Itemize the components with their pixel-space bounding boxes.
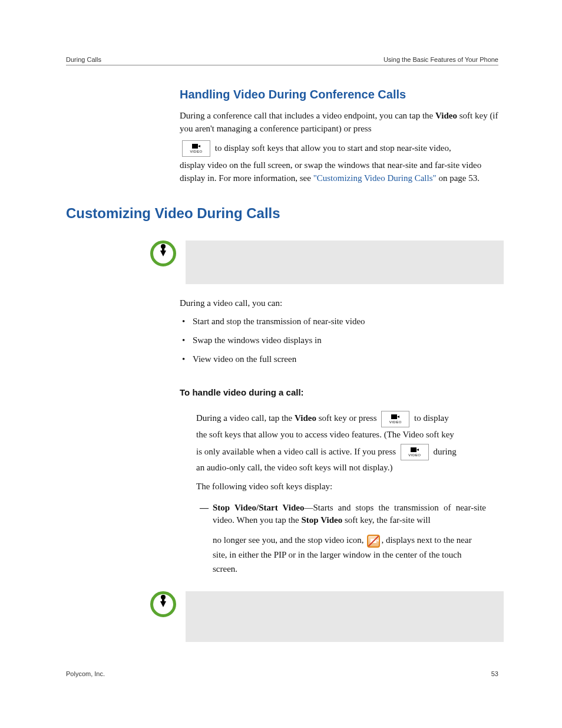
dash-marker: — [200, 502, 209, 515]
sec1-para2-row: VIDEO to display soft keys that allow yo… [180, 139, 503, 157]
text: soft key, the far-site will [342, 515, 431, 525]
list-item: Swap the windows video displays in [193, 334, 503, 347]
dash-item-continuation: no longer see you, and the stop video ic… [213, 533, 486, 576]
text-bold: Video [295, 413, 316, 423]
page-footer: Polycom, Inc. 53 [66, 670, 498, 677]
footer-page-number: 53 [491, 670, 498, 677]
list-item: Start and stop the transmission of near-… [193, 315, 503, 328]
sec2-intro: During a video call, you can: [180, 297, 503, 310]
note-body [186, 591, 504, 642]
text: During a conference call that includes a… [180, 111, 435, 120]
sec1-para1: During a conference call that includes a… [180, 110, 503, 136]
video-key-label: VIDEO [382, 419, 409, 426]
video-hardkey-icon: VIDEO [182, 140, 210, 157]
note-icon [150, 241, 176, 266]
note-icon [150, 591, 176, 617]
note-callout-1 [150, 241, 504, 284]
text: during [431, 447, 457, 456]
text: soft key or press [316, 413, 379, 423]
text: to display soft keys that allow you to s… [213, 143, 451, 153]
sec2-step-row3: is only available when a video call is a… [180, 443, 486, 461]
sec2-step-row5: The following video soft keys display: [180, 480, 486, 493]
heading-customizing-video: Customizing Video During Calls [66, 205, 498, 222]
text-bold: Stop Video/Start Video [213, 503, 304, 512]
dash-item-stop-video: — Stop Video/Start Video—Starts and stop… [196, 502, 486, 576]
sec2-step-row2: the soft keys that allow you to access v… [180, 429, 486, 442]
sec2-bullet-list: Start and stop the transmission of near-… [180, 315, 503, 365]
text: is only available when a video call is a… [196, 447, 398, 456]
page: During Calls Using the Basic Features of… [0, 0, 562, 728]
header-right: Using the Basic Features of Your Phone [384, 56, 498, 63]
video-key-label: VIDEO [183, 148, 210, 155]
note-callout-2 [150, 591, 504, 642]
note-body [186, 241, 504, 284]
video-key-label: VIDEO [401, 452, 428, 459]
sec2-step-row4: an audio-only call, the video soft keys … [180, 462, 486, 475]
stop-video-icon [367, 535, 380, 548]
text-bold: Stop Video [302, 515, 343, 525]
sec2-step-row1: During a video call, tap the Video soft … [180, 409, 486, 427]
link-customizing-video[interactable]: "Customizing Video During Calls" [313, 173, 437, 183]
footer-left: Polycom, Inc. [66, 670, 105, 677]
header-left: During Calls [66, 56, 101, 63]
text: on page 53. [437, 173, 480, 183]
video-hardkey-icon: VIDEO [381, 411, 409, 427]
text: to display [412, 413, 449, 423]
list-item: View video on the full screen [193, 353, 503, 366]
subheading-handle-video: To handle video during a call: [180, 386, 503, 399]
heading-handling-video: Handling Video During Conference Calls [180, 88, 498, 101]
text: no longer see you, and the stop video ic… [213, 535, 366, 545]
text-bold: Video [435, 111, 457, 120]
video-hardkey-icon: VIDEO [401, 444, 429, 460]
sec2-dash-container: — Stop Video/Start Video—Starts and stop… [180, 502, 486, 576]
page-header: During Calls Using the Basic Features of… [66, 56, 498, 65]
text: During a video call, tap the [196, 413, 295, 423]
sec1-para3: display video on the full screen, or swa… [180, 159, 503, 185]
